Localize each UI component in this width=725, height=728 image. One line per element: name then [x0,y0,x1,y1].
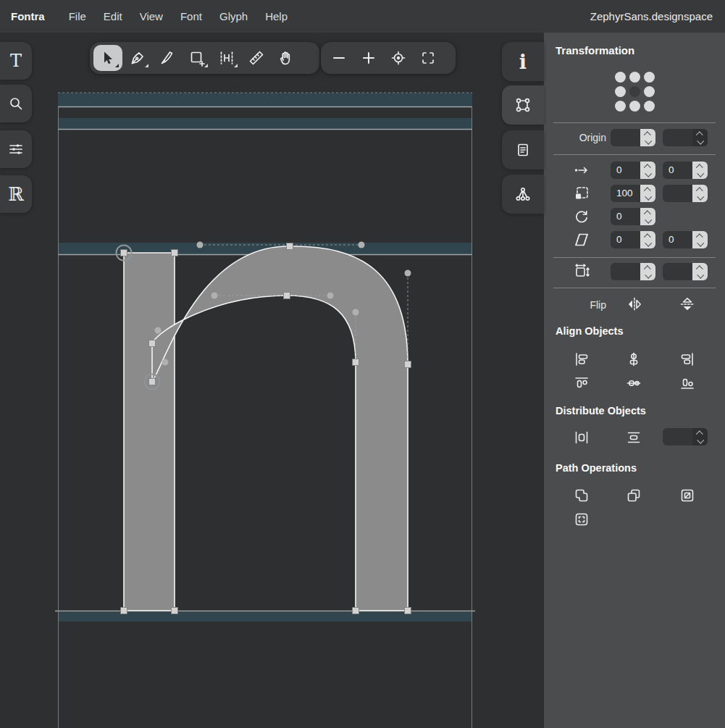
height-input[interactable] [663,263,708,280]
height-stepper[interactable] [692,263,708,280]
zoom-in-button[interactable] [354,45,383,71]
align-center-vertical-axis-icon [625,351,642,368]
menu-file[interactable]: File [69,10,86,22]
skew-x-stepper[interactable] [640,231,655,248]
path-intersect-button[interactable] [676,486,698,505]
tab-reference-font[interactable]: ℝ [0,175,32,213]
rotate-input[interactable]: 0 [611,208,655,225]
width-stepper[interactable] [640,263,655,280]
glyph-edit-canvas[interactable]: T ℝ i [0,33,544,728]
pen-tool-button[interactable] [123,45,152,71]
distribute-horizontal-icon [573,429,590,446]
skew-x-input[interactable]: 0 [611,231,655,248]
align-left-icon [573,351,590,368]
minus-icon [330,49,348,67]
move-x-input[interactable]: 0 [611,162,655,179]
glyph-scene[interactable] [0,33,544,728]
origin-dot-middle-left[interactable] [615,86,626,97]
distribute-vertical-button[interactable] [623,428,645,447]
skew-y-input[interactable]: 0 [663,231,708,248]
hand-tool-button[interactable] [272,45,301,71]
ruler-icon [248,49,265,67]
measure-tool-button[interactable] [242,45,271,71]
menu-help[interactable]: Help [265,10,288,22]
intersect-icon [679,487,696,504]
zoom-to-selection-button[interactable] [384,45,413,71]
origin-dot-top-left[interactable] [615,72,626,83]
rectangle-icon [188,49,206,67]
scale-y-stepper[interactable] [692,185,708,202]
move-y-stepper[interactable] [692,162,708,179]
tab-glyph-info[interactable]: i [502,42,544,81]
flip-label: Flip [563,299,606,311]
divider [553,288,716,288]
search-icon [7,95,25,112]
origin-dot-top-right[interactable] [644,72,655,83]
skew-y-stepper[interactable] [692,231,708,248]
scale-y-input[interactable] [663,185,708,202]
origin-dot-middle-right[interactable] [644,86,655,97]
align-section-header: Align Objects [556,325,623,337]
zoom-toolbar [321,42,456,74]
align-left-button[interactable] [571,350,592,369]
metrics-h-icon [218,49,235,67]
tab-text-entry[interactable]: T [0,42,32,80]
origin-dot-top-center[interactable] [629,72,640,83]
subtract-icon [625,487,642,504]
align-middle-icon [625,375,642,392]
origin-dot-bottom-left[interactable] [615,101,626,112]
origin-x-stepper[interactable] [640,129,655,146]
distribute-value-input[interactable] [663,428,708,445]
origin-y-input[interactable] [663,129,708,146]
tab-glyph-search[interactable] [0,85,32,122]
hand-icon [277,49,295,67]
scale-x-input[interactable]: 100 [611,185,655,202]
align-right-button[interactable] [676,350,698,369]
distribute-section-header: Distribute Objects [556,405,646,417]
origin-y-stepper[interactable] [692,129,708,146]
rotate-stepper[interactable] [640,208,655,225]
pointer-tool-button[interactable] [93,45,122,71]
width-input[interactable] [611,263,655,280]
tab-designspace-navigation[interactable] [0,130,32,168]
rotate-icon [570,208,593,225]
path-exclude-button[interactable] [571,510,592,529]
menu-view[interactable]: View [140,10,163,22]
distribute-horizontal-button[interactable] [571,428,592,447]
align-top-button[interactable] [571,374,592,393]
path-subtract-button[interactable] [623,486,645,505]
zoom-out-button[interactable] [324,45,353,71]
knife-tool-button[interactable] [153,45,182,71]
origin-dot-bottom-right[interactable] [644,101,655,112]
flip-vertical-button[interactable] [676,295,698,314]
origin-x-input[interactable] [611,129,655,146]
dimensions-icon [570,263,593,280]
move-x-stepper[interactable] [640,162,655,179]
origin-dot-bottom-center[interactable] [629,101,640,112]
tab-selection-transformation[interactable] [502,85,544,125]
path-ops-section-header: Path Operations [556,462,637,474]
distribute-value-stepper[interactable] [692,428,708,445]
flip-horizontal-icon [626,296,643,313]
app-name: Fontra [11,10,45,22]
tab-glyph-notes[interactable] [502,130,544,170]
tab-related-glyphs[interactable] [502,175,544,214]
align-center-button[interactable] [623,350,645,369]
shape-tool-button[interactable] [183,45,211,71]
metrics-tool-button[interactable] [212,45,241,71]
sliders-icon [7,141,25,158]
move-y-input[interactable]: 0 [663,162,708,179]
scale-x-stepper[interactable] [640,185,655,202]
path-union-button[interactable] [571,486,592,505]
align-bottom-button[interactable] [676,374,698,393]
menu-bar: Fontra File Edit View Font Glyph Help Ze… [0,0,725,33]
menu-edit[interactable]: Edit [104,10,122,22]
zoom-fit-button[interactable] [414,45,443,71]
origin-dot-center[interactable] [629,86,640,97]
flip-horizontal-button[interactable] [624,295,645,314]
info-icon: i [519,52,527,72]
align-middle-button[interactable] [623,374,645,393]
menu-font[interactable]: Font [180,10,202,22]
fit-brackets-icon [419,49,437,67]
menu-glyph[interactable]: Glyph [219,10,248,22]
